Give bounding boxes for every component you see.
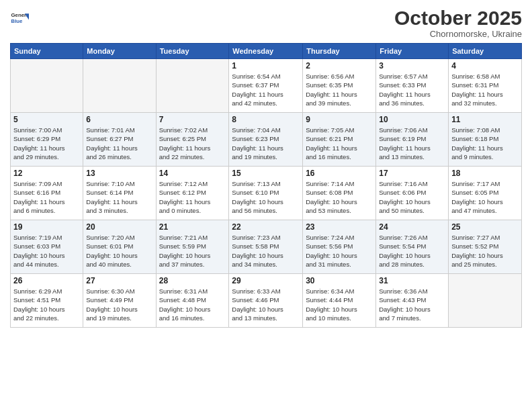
day-info: Sunrise: 7:21 AM Sunset: 5:59 PM Dayligh… [159,233,226,269]
day-number: 3 [379,61,445,71]
day-cell: 16Sunrise: 7:14 AM Sunset: 6:08 PM Dayli… [303,167,376,220]
day-cell: 18Sunrise: 7:17 AM Sunset: 6:05 PM Dayli… [449,167,522,220]
day-info: Sunrise: 6:56 AM Sunset: 6:35 PM Dayligh… [306,72,373,107]
header-thursday: Thursday [303,44,376,59]
day-number: 21 [159,222,226,232]
day-number: 12 [13,169,80,178]
day-number: 17 [379,169,445,178]
day-cell: 11Sunrise: 7:08 AM Sunset: 6:18 PM Dayli… [449,113,522,167]
day-number: 28 [159,276,226,285]
day-cell: 5Sunrise: 7:00 AM Sunset: 6:29 PM Daylig… [11,113,83,167]
day-number: 20 [86,222,152,232]
day-cell: 17Sunrise: 7:16 AM Sunset: 6:06 PM Dayli… [376,167,449,220]
day-cell: 14Sunrise: 7:12 AM Sunset: 6:12 PM Dayli… [156,167,229,220]
page: General Blue October 2025 Chornomorske, … [0,0,532,411]
day-cell: 23Sunrise: 7:24 AM Sunset: 5:56 PM Dayli… [303,220,376,274]
day-cell: 21Sunrise: 7:21 AM Sunset: 5:59 PM Dayli… [156,220,229,274]
day-info: Sunrise: 7:16 AM Sunset: 6:06 PM Dayligh… [379,179,445,215]
day-cell: 4Sunrise: 6:58 AM Sunset: 6:31 PM Daylig… [449,59,522,113]
day-info: Sunrise: 7:04 AM Sunset: 6:23 PM Dayligh… [232,126,300,161]
day-number: 14 [159,169,226,178]
day-number: 11 [451,115,519,124]
header: General Blue October 2025 Chornomorske, … [10,7,522,39]
day-cell: 15Sunrise: 7:13 AM Sunset: 6:10 PM Dayli… [229,167,303,220]
day-number: 30 [306,276,373,285]
day-info: Sunrise: 6:29 AM Sunset: 4:51 PM Dayligh… [13,287,80,322]
day-cell [449,274,522,328]
subtitle: Chornomorske, Ukraine [394,29,522,39]
day-info: Sunrise: 7:24 AM Sunset: 5:56 PM Dayligh… [306,233,373,269]
day-cell: 20Sunrise: 7:20 AM Sunset: 6:01 PM Dayli… [83,220,156,274]
day-info: Sunrise: 7:12 AM Sunset: 6:12 PM Dayligh… [159,179,226,215]
day-cell: 25Sunrise: 7:27 AM Sunset: 5:52 PM Dayli… [449,220,522,274]
day-info: Sunrise: 6:33 AM Sunset: 4:46 PM Dayligh… [232,287,300,322]
header-sunday: Sunday [11,44,83,59]
day-cell: 30Sunrise: 6:34 AM Sunset: 4:44 PM Dayli… [303,274,376,328]
day-number: 9 [306,115,373,124]
day-info: Sunrise: 6:57 AM Sunset: 6:33 PM Dayligh… [379,72,445,107]
week-row-2: 5Sunrise: 7:00 AM Sunset: 6:29 PM Daylig… [11,113,522,167]
day-info: Sunrise: 7:09 AM Sunset: 6:16 PM Dayligh… [13,179,80,215]
day-number: 18 [451,169,519,178]
day-cell: 26Sunrise: 6:29 AM Sunset: 4:51 PM Dayli… [11,274,83,328]
day-cell: 19Sunrise: 7:19 AM Sunset: 6:03 PM Dayli… [11,220,83,274]
day-number: 2 [306,61,373,71]
day-number: 4 [451,61,519,71]
day-info: Sunrise: 7:08 AM Sunset: 6:18 PM Dayligh… [451,126,519,161]
week-row-5: 26Sunrise: 6:29 AM Sunset: 4:51 PM Dayli… [11,274,522,328]
day-cell: 24Sunrise: 7:26 AM Sunset: 5:54 PM Dayli… [376,220,449,274]
day-cell [83,59,156,113]
day-number: 5 [13,115,80,124]
week-row-3: 12Sunrise: 7:09 AM Sunset: 6:16 PM Dayli… [11,167,522,220]
day-cell: 27Sunrise: 6:30 AM Sunset: 4:49 PM Dayli… [83,274,156,328]
day-number: 8 [232,115,300,124]
day-info: Sunrise: 7:23 AM Sunset: 5:58 PM Dayligh… [232,233,300,269]
day-info: Sunrise: 6:31 AM Sunset: 4:48 PM Dayligh… [159,287,226,322]
title-block: October 2025 Chornomorske, Ukraine [394,7,522,39]
day-number: 24 [379,222,445,232]
day-number: 26 [13,276,80,285]
header-friday: Friday [376,44,449,59]
weekday-header-row: Sunday Monday Tuesday Wednesday Thursday… [11,44,522,59]
day-info: Sunrise: 7:01 AM Sunset: 6:27 PM Dayligh… [86,126,152,161]
day-info: Sunrise: 7:02 AM Sunset: 6:25 PM Dayligh… [159,126,226,161]
day-cell: 13Sunrise: 7:10 AM Sunset: 6:14 PM Dayli… [83,167,156,220]
day-number: 16 [306,169,373,178]
day-number: 6 [86,115,152,124]
day-cell: 1Sunrise: 6:54 AM Sunset: 6:37 PM Daylig… [229,59,303,113]
day-number: 7 [159,115,226,124]
day-info: Sunrise: 7:19 AM Sunset: 6:03 PM Dayligh… [13,233,80,269]
day-info: Sunrise: 7:06 AM Sunset: 6:19 PM Dayligh… [379,126,445,161]
day-number: 1 [232,61,300,71]
day-cell: 22Sunrise: 7:23 AM Sunset: 5:58 PM Dayli… [229,220,303,274]
day-info: Sunrise: 6:54 AM Sunset: 6:37 PM Dayligh… [232,72,300,107]
week-row-1: 1Sunrise: 6:54 AM Sunset: 6:37 PM Daylig… [11,59,522,113]
day-number: 22 [232,222,300,232]
day-cell: 10Sunrise: 7:06 AM Sunset: 6:19 PM Dayli… [376,113,449,167]
day-info: Sunrise: 6:58 AM Sunset: 6:31 PM Dayligh… [451,72,519,107]
day-number: 31 [379,276,445,285]
day-cell: 7Sunrise: 7:02 AM Sunset: 6:25 PM Daylig… [156,113,229,167]
day-info: Sunrise: 7:27 AM Sunset: 5:52 PM Dayligh… [451,233,519,269]
logo: General Blue [10,9,29,28]
day-number: 15 [232,169,300,178]
day-info: Sunrise: 6:36 AM Sunset: 4:43 PM Dayligh… [379,287,445,322]
header-monday: Monday [83,44,156,59]
day-info: Sunrise: 7:00 AM Sunset: 6:29 PM Dayligh… [13,126,80,161]
day-cell: 31Sunrise: 6:36 AM Sunset: 4:43 PM Dayli… [376,274,449,328]
calendar: Sunday Monday Tuesday Wednesday Thursday… [10,43,522,328]
day-cell: 8Sunrise: 7:04 AM Sunset: 6:23 PM Daylig… [229,113,303,167]
day-cell: 9Sunrise: 7:05 AM Sunset: 6:21 PM Daylig… [303,113,376,167]
header-saturday: Saturday [449,44,522,59]
logo-icon: General Blue [10,9,29,28]
day-number: 29 [232,276,300,285]
week-row-4: 19Sunrise: 7:19 AM Sunset: 6:03 PM Dayli… [11,220,522,274]
day-number: 13 [86,169,152,178]
day-number: 19 [13,222,80,232]
day-cell: 3Sunrise: 6:57 AM Sunset: 6:33 PM Daylig… [376,59,449,113]
day-info: Sunrise: 7:17 AM Sunset: 6:05 PM Dayligh… [451,179,519,215]
day-info: Sunrise: 7:13 AM Sunset: 6:10 PM Dayligh… [232,179,300,215]
day-number: 10 [379,115,445,124]
day-info: Sunrise: 6:34 AM Sunset: 4:44 PM Dayligh… [306,287,373,322]
day-info: Sunrise: 7:05 AM Sunset: 6:21 PM Dayligh… [306,126,373,161]
